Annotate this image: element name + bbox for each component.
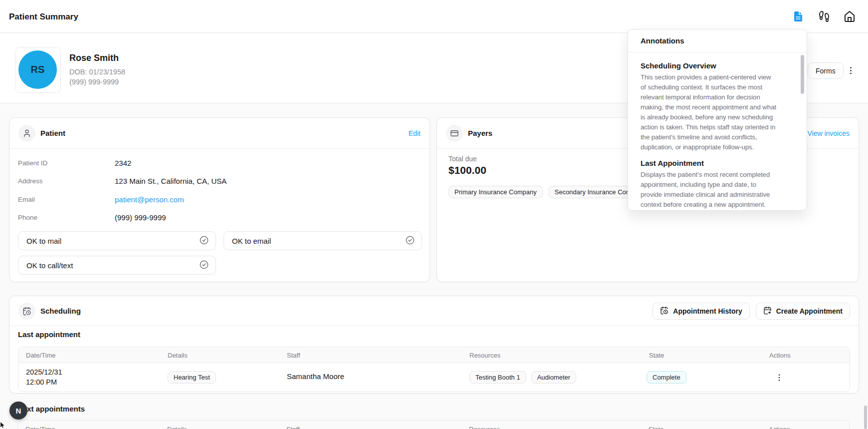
annotation-section-body: Displays the patient’s most recent compl… [641, 170, 803, 210]
check-circle-icon [405, 235, 415, 247]
field-value: (999) 999-9999 [115, 213, 166, 222]
annotations-panel-body: Scheduling Overview This section provide… [641, 61, 803, 211]
appointment-date: 2025/12/31 [26, 367, 62, 377]
consent-label: OK to mail [26, 237, 61, 245]
person-icon [18, 125, 35, 142]
appointment-time: 12:00 PM [26, 377, 62, 387]
next-appointments-table: Date/Time Details Staff Resources State … [17, 420, 850, 429]
total-due-label: Total due [448, 155, 477, 163]
col-actions: Actions [769, 352, 791, 359]
patient-name: Rose Smith [69, 53, 119, 63]
col-details: Details [168, 352, 188, 359]
appointment-datetime: 2025/12/31 12:00 PM [26, 367, 62, 387]
detail-badge: Hearing Test [168, 371, 216, 384]
status-badge: Complete [647, 371, 686, 384]
top-bar: Patient Summary [0, 0, 868, 33]
field-label: Phone [18, 214, 115, 221]
appointment-staff: Samantha Moore [287, 372, 344, 381]
payers-card-title: Payers [468, 129, 492, 137]
consent-label: OK to email [232, 237, 271, 245]
consent-ok-to-email[interactable]: OK to email [223, 231, 422, 250]
divider [628, 52, 807, 52]
col-staff: Staff [286, 426, 300, 429]
col-resources: Resources [469, 352, 500, 359]
col-resources: Resources [469, 426, 500, 429]
total-due-value: $100.00 [448, 164, 486, 176]
edit-link[interactable]: Edit [409, 129, 421, 137]
scheduling-header: Scheduling Appointment History Create Ap… [9, 296, 859, 326]
check-circle-icon [199, 260, 209, 271]
calendar-clock-icon [660, 306, 668, 316]
appointment-history-button[interactable]: Appointment History [652, 303, 749, 320]
avatar: RS [18, 50, 57, 89]
field-label: Email [18, 196, 115, 203]
resource-badge: Testing Booth 1 [469, 371, 526, 384]
create-appointment-button[interactable]: Create Appointment [756, 303, 850, 320]
page-title: Patient Summary [9, 12, 78, 22]
table-header-row: Date/Time Details Staff Resources State … [18, 347, 850, 363]
consent-toggles: OK to mail OK to email OK to call/text [18, 231, 422, 275]
col-actions: Actions [769, 426, 790, 429]
field-phone: Phone (999) 999-9999 [9, 209, 430, 227]
annotations-panel: Annotations Scheduling Overview This sec… [628, 29, 807, 211]
patient-fields: Patient ID 2342 Address 123 Main St., Ca… [9, 149, 430, 227]
field-patient-id: Patient ID 2342 [9, 154, 430, 172]
last-appointment-table: Date/Time Details Staff Resources State … [18, 347, 850, 392]
scheduling-actions: Appointment History Create Appointment [652, 303, 850, 320]
col-details: Details [167, 426, 187, 429]
page-scrollbar-thumb[interactable] [864, 406, 867, 429]
resource-badge: Audiometer [531, 371, 576, 384]
n-badge-label: N [16, 407, 21, 415]
field-label: Address [18, 177, 115, 185]
col-state: State [649, 426, 663, 429]
insurance-badge: Primary Insurance Company [448, 186, 543, 198]
col-date-time: Date/Time [25, 426, 55, 429]
footprints-icon[interactable] [818, 10, 830, 22]
view-invoices-link[interactable]: View invoices [807, 129, 850, 137]
home-icon[interactable] [844, 10, 856, 22]
calendar-plus-icon [763, 306, 772, 316]
col-state: State [649, 352, 664, 359]
patient-card: Patient Edit Patient ID 2342 Address 123… [9, 117, 430, 282]
patient-card-title: Patient [40, 129, 65, 137]
mouse-cursor [0, 422, 7, 429]
annotation-section-heading: Last Appointment [641, 159, 803, 167]
col-staff: Staff [287, 352, 300, 359]
button-label: Appointment History [673, 307, 742, 315]
field-email: Email patient@person.com [9, 190, 430, 209]
patient-dob: DOB: 01/23/1958 [69, 68, 125, 76]
kebab-menu-icon[interactable] [843, 62, 859, 79]
field-label: Patient ID [18, 159, 115, 167]
field-address: Address 123 Main St., California, CA, US… [9, 172, 430, 191]
patient-phone: (999) 999-9999 [69, 78, 119, 86]
avatar-initials: RS [31, 64, 45, 75]
col-date-time: Date/Time [26, 352, 55, 359]
avatar-upload-zone[interactable]: RS [15, 47, 61, 93]
table-header-row: Date/Time Details Staff Resources State … [18, 421, 849, 429]
annotation-section-body: This section provides a patient-centered… [641, 72, 803, 152]
table-row: 2025/12/31 12:00 PM Hearing Test Samanth… [18, 363, 850, 392]
next-appointments-heading: Next appointments [17, 405, 85, 413]
consent-label: OK to call/text [26, 261, 73, 270]
floating-n-badge[interactable]: N [9, 402, 27, 420]
field-value: 123 Main St., California, CA, USA [115, 177, 226, 185]
last-appointment-heading: Last appointment [18, 330, 80, 339]
scheduling-title: Scheduling [40, 307, 81, 315]
field-value: 2342 [115, 159, 131, 167]
appointment-details: Hearing Test [168, 371, 216, 384]
credit-card-icon [446, 125, 463, 142]
calendar-clock-icon [18, 303, 35, 320]
scheduling-card: Scheduling Appointment History Create Ap… [9, 296, 859, 394]
annotation-section-heading: Scheduling Overview [641, 61, 803, 70]
appointment-resources: Testing Booth 1 Audiometer [469, 371, 576, 384]
email-link[interactable]: patient@person.com [115, 195, 184, 204]
insurance-badges: Primary Insurance Company Secondary Insu… [448, 186, 651, 198]
consent-ok-to-mail[interactable]: OK to mail [18, 231, 216, 250]
annotations-document-icon[interactable] [792, 10, 804, 22]
consent-ok-to-call-text[interactable]: OK to call/text [18, 256, 216, 275]
button-label: Create Appointment [776, 307, 843, 315]
appointment-state: Complete [647, 371, 686, 384]
forms-button[interactable]: Forms [808, 62, 844, 79]
row-kebab-menu-icon[interactable] [773, 371, 786, 384]
patient-card-header: Patient Edit [9, 118, 430, 149]
